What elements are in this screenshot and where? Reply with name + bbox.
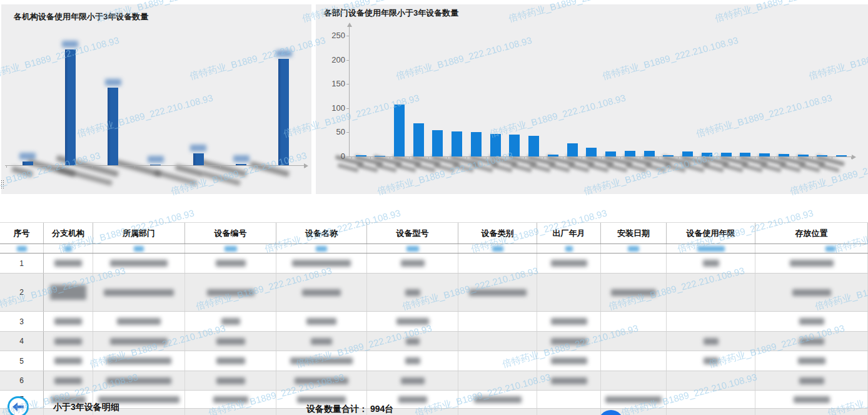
bar-department-24[interactable] [798,155,809,156]
bar-institution-7[interactable] [278,59,289,165]
data-cell-censored [667,351,755,371]
bar-value-label-censored [62,41,78,48]
data-cell-censored [755,409,868,415]
data-cell-censored [276,332,367,351]
filter-cell-10[interactable] [667,244,755,253]
column-header-11: 存放位置 [755,223,868,243]
cell-content-censored [290,357,353,364]
filter-cell-9[interactable] [601,244,667,253]
cell-content-censored [54,338,82,345]
bar-department-10[interactable] [528,136,539,156]
data-cell-censored [458,254,537,273]
bar-department-26[interactable] [836,155,847,156]
back-arrow-icon [13,402,24,411]
y-axis-tick [346,108,349,109]
data-cell-censored [367,371,458,390]
data-cell-censored [458,371,537,390]
data-cell-censored [93,332,185,351]
bar-department-14[interactable] [605,151,616,156]
filter-control-censored [492,246,503,252]
data-cell-censored [667,391,755,408]
cell-content-censored [794,396,830,403]
filter-control-censored [628,246,639,252]
filter-cell-8[interactable] [537,244,601,253]
bar-department-8[interactable] [490,134,501,156]
column-header-3: 所属部门 [93,223,185,243]
data-cell-censored [601,332,667,351]
cell-content-censored [106,357,171,364]
data-cell-censored [93,312,185,331]
bar-department-4[interactable] [413,123,424,156]
cell-content-censored [221,318,240,325]
cell-content-censored [405,357,420,364]
cell-content-censored [704,357,719,364]
bar-institution-1[interactable] [23,161,33,165]
bar-department-1[interactable] [356,155,366,156]
data-cell-censored [93,254,185,273]
back-button[interactable] [8,396,29,415]
bar-department-18[interactable] [682,151,693,156]
filter-cell-3[interactable] [93,244,185,253]
cell-content-censored [704,338,719,345]
bar-department-17[interactable] [663,155,674,156]
bar-institution-4[interactable] [150,165,161,165]
bar-department-21[interactable] [740,153,750,156]
x-axis-tick [755,156,755,159]
cell-content-censored [297,396,346,403]
column-header-2: 分支机构 [44,223,93,243]
bar-institution-5[interactable] [193,153,204,165]
x-axis-tick [49,165,49,168]
bar-department-16[interactable] [644,151,655,156]
bar-department-25[interactable] [817,155,827,156]
cell-content-censored [703,260,719,267]
data-cell-censored [185,332,276,351]
bar-department-23[interactable] [779,154,789,156]
filter-cell-5[interactable] [276,244,367,253]
data-cell-censored [601,351,667,371]
x-axis-tick [697,156,698,159]
cell-content-censored [311,338,332,345]
cell-content-censored [605,396,662,403]
bar-department-19[interactable] [702,153,712,156]
bar-department-22[interactable] [759,153,770,156]
bar-department-20[interactable] [721,153,732,156]
column-header-8: 出厂年月 [537,223,601,243]
y-axis-tick-label: 50 [324,127,345,136]
bar-institution-6[interactable] [236,164,246,165]
filter-cell-4[interactable] [185,244,276,253]
table-row-6: 6 [0,371,868,391]
bar-institution-3[interactable] [108,88,118,165]
filter-cell-2[interactable] [44,244,93,253]
x-axis-tick [601,156,602,159]
bar-department-5[interactable] [432,130,443,156]
cell-content-censored [207,289,255,296]
y-axis-arrow-departments [347,23,352,27]
bar-value-label-censored [19,153,36,160]
bar-department-7[interactable] [471,132,482,156]
bar-department-12[interactable] [567,143,578,156]
filter-cell-6[interactable] [367,244,458,253]
x-axis-tick [92,165,93,168]
bar-department-9[interactable] [509,135,520,156]
y-axis-tick-label: 250 [324,31,345,40]
cell-content-censored [405,289,420,296]
bar-department-13[interactable] [586,148,597,156]
bar-department-6[interactable] [452,131,462,156]
row-number-cell: 3 [0,312,44,331]
bar-institution-2[interactable] [65,49,76,165]
bar-department-2[interactable] [375,156,385,156]
x-axis-tick [134,165,135,168]
data-cell-censored [667,409,755,415]
y-axis-tick [346,132,349,133]
bar-department-11[interactable] [548,155,558,156]
filter-cell-7[interactable] [458,244,537,253]
filter-cell-1[interactable] [0,244,44,253]
data-cell-censored [93,351,185,371]
x-axis-tick [812,156,813,159]
bar-department-3[interactable] [394,105,405,156]
filter-cell-11[interactable] [755,244,868,253]
data-cell-censored [755,332,868,351]
chart-title-institutions: 各机构设备使用年限小于3年设备数量 [14,11,148,23]
data-cell-censored [185,254,276,273]
bar-department-15[interactable] [625,151,635,156]
